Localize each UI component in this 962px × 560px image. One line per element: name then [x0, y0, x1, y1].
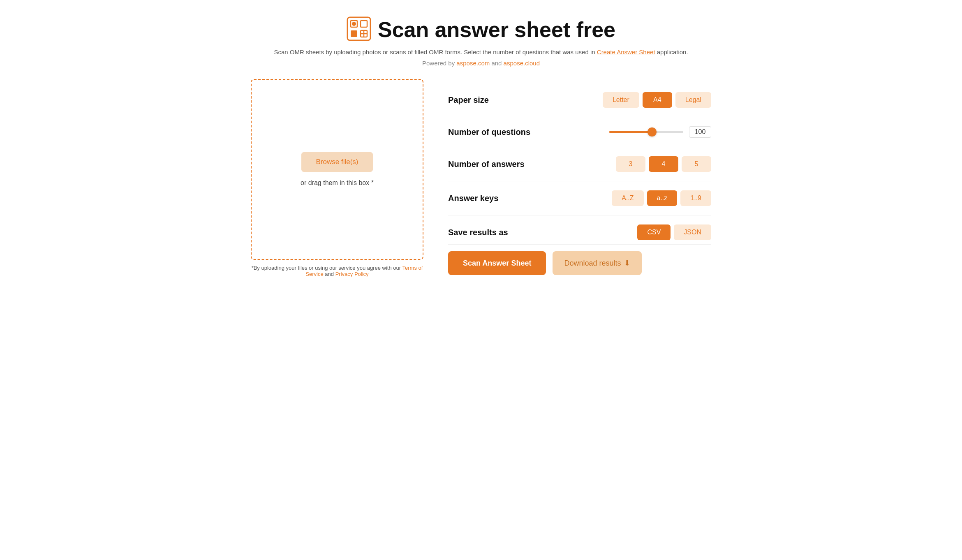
privacy-link[interactable]: Privacy Policy — [335, 271, 369, 277]
num-answers-4[interactable]: 4 — [649, 156, 678, 172]
save-results-group: CSV JSON — [637, 224, 711, 240]
drop-zone[interactable]: Browse file(s) or drag them in this box … — [251, 79, 423, 260]
paper-size-legal[interactable]: Legal — [675, 92, 711, 108]
questions-slider-value: 100 — [689, 126, 711, 138]
download-icon: ⬇ — [624, 259, 630, 268]
questions-slider-track[interactable] — [609, 131, 683, 133]
paper-size-row: Paper size Letter A4 Legal — [448, 83, 711, 117]
num-questions-label: Number of questions — [448, 127, 539, 137]
save-results-row: Save results as CSV JSON — [448, 215, 711, 245]
download-results-label: Download results — [564, 259, 621, 268]
answer-keys-lower[interactable]: a..z — [647, 190, 678, 206]
download-results-button[interactable]: Download results ⬇ — [553, 251, 642, 275]
page-title: Scan answer sheet free — [378, 17, 615, 42]
num-questions-row: Number of questions 100 — [448, 117, 711, 147]
upload-footer: *By uploading your files or using our se… — [251, 265, 423, 277]
questions-slider-thumb[interactable] — [648, 127, 657, 137]
answer-keys-upper[interactable]: A..Z — [612, 190, 643, 206]
svg-point-5 — [352, 22, 356, 26]
save-json[interactable]: JSON — [674, 224, 711, 240]
answer-keys-group: A..Z a..z 1..9 — [612, 190, 711, 206]
questions-slider-container: 100 — [609, 126, 711, 138]
num-answers-label: Number of answers — [448, 160, 539, 169]
svg-rect-2 — [361, 21, 367, 27]
num-answers-row: Number of answers 3 4 5 — [448, 147, 711, 181]
answer-keys-numeric[interactable]: 1..9 — [680, 190, 711, 206]
num-answers-group: 3 4 5 — [616, 156, 711, 172]
upload-section: Browse file(s) or drag them in this box … — [251, 79, 423, 277]
browse-files-button[interactable]: Browse file(s) — [301, 152, 373, 172]
aspose-cloud-link[interactable]: aspose.cloud — [504, 60, 540, 67]
save-results-label: Save results as — [448, 228, 539, 237]
num-answers-5[interactable]: 5 — [682, 156, 711, 172]
settings-section: Paper size Letter A4 Legal Number of que… — [448, 79, 711, 275]
save-csv[interactable]: CSV — [637, 224, 671, 240]
paper-size-letter[interactable]: Letter — [603, 92, 639, 108]
action-row: Scan Answer Sheet Download results ⬇ — [448, 251, 711, 275]
paper-size-group: Letter A4 Legal — [603, 92, 711, 108]
drag-text: or drag them in this box * — [301, 179, 374, 187]
omr-icon — [347, 16, 371, 43]
num-answers-3[interactable]: 3 — [616, 156, 645, 172]
answer-keys-row: Answer keys A..Z a..z 1..9 — [448, 181, 711, 215]
create-answer-sheet-link[interactable]: Create Answer Sheet — [597, 49, 655, 56]
paper-size-a4[interactable]: A4 — [643, 92, 672, 108]
paper-size-label: Paper size — [448, 95, 539, 105]
page-header: Scan answer sheet free Scan OMR sheets b… — [251, 16, 711, 67]
svg-rect-3 — [351, 30, 357, 37]
answer-keys-label: Answer keys — [448, 194, 539, 203]
aspose-com-link[interactable]: aspose.com — [456, 60, 490, 67]
scan-answer-sheet-button[interactable]: Scan Answer Sheet — [448, 251, 546, 275]
powered-by: Powered by aspose.com and aspose.cloud — [251, 60, 711, 67]
subtitle: Scan OMR sheets by uploading photos or s… — [251, 49, 711, 56]
